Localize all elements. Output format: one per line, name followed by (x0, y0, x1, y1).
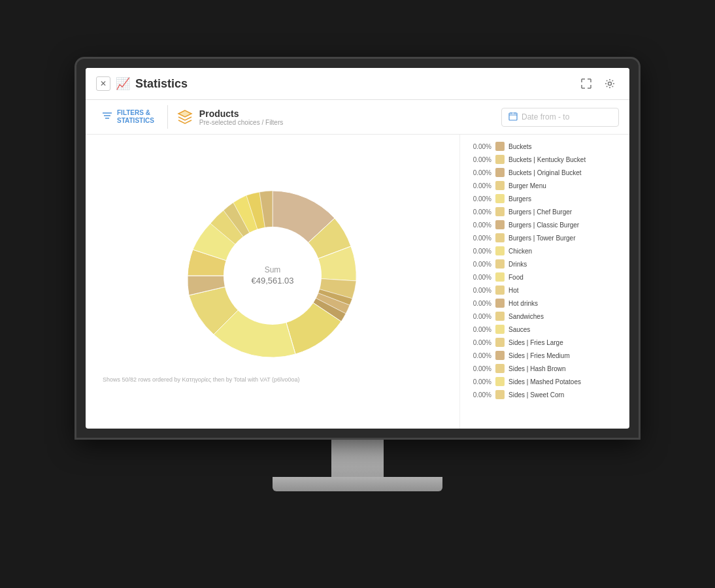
product-title: Products (199, 108, 283, 119)
legend-item: 0.00%Burgers | Chef Burger (460, 205, 629, 218)
calendar-icon (508, 112, 518, 123)
legend-item: 0.00%Sides | Fries Medium (460, 349, 629, 362)
legend-label-text: Burger Menu (508, 182, 546, 189)
legend-color-swatch (495, 390, 505, 399)
title-actions (577, 74, 619, 93)
legend-label-text: Sides | Sweet Corn (508, 391, 564, 399)
chart-area: Sum €49,561.03 Shows 50/82 rows ordered … (86, 135, 459, 429)
legend-pct: 0.00% (468, 365, 491, 372)
legend-pct: 0.00% (468, 287, 491, 294)
legend-item: 0.00%Sides | Hash Brown (460, 362, 629, 375)
legend-item: 0.00%Sides | Mashed Potatoes (460, 375, 629, 388)
filters-label: FILTERS & STATISTICS (117, 109, 154, 125)
chart-footer: Shows 50/82 rows ordered by Κατηγορίες t… (92, 374, 310, 385)
chart-icon: 📈 (116, 76, 130, 91)
legend-pct: 0.00% (468, 169, 491, 176)
legend-pct: 0.00% (468, 391, 491, 399)
legend-item: 0.00%Buckets | Kentucky Bucket (460, 153, 629, 166)
legend-label-text: Buckets | Kentucky Bucket (508, 156, 586, 163)
legend-color-swatch (495, 312, 505, 321)
legend-pct: 0.00% (468, 221, 491, 229)
legend-color-swatch (495, 168, 505, 177)
svg-point-0 (608, 82, 612, 86)
legend-color-swatch (495, 155, 505, 164)
legend-pct: 0.00% (468, 143, 491, 150)
legend-label-text: Burgers | Chef Burger (508, 208, 572, 216)
legend-label-text: Hot (508, 287, 519, 294)
legend-item: 0.00%Buckets (460, 140, 629, 153)
expand-button[interactable] (577, 74, 595, 93)
legend-item: 0.00%Burgers | Tower Burger (460, 231, 629, 244)
legend-color-swatch (495, 142, 505, 151)
toolbar-left: FILTERS & STATISTICS (96, 105, 283, 129)
monitor-screen: ✕ 📈 Statistics (86, 68, 629, 429)
product-icon (176, 108, 194, 126)
toolbar: FILTERS & STATISTICS (86, 100, 629, 135)
legend-color-swatch (495, 299, 505, 308)
legend-pct: 0.00% (468, 261, 491, 268)
close-button[interactable]: ✕ (96, 76, 110, 91)
legend-label-text: Sides | Mashed Potatoes (508, 378, 581, 385)
svg-text:Sum: Sum (265, 265, 281, 274)
legend-pct: 0.00% (468, 208, 491, 216)
legend-label-text: Buckets (508, 143, 532, 150)
legend-item: 0.00%Burgers | Classic Burger (460, 218, 629, 231)
legend-item: 0.00%Sauces (460, 323, 629, 336)
legend-label-text: Sides | Hash Brown (508, 365, 566, 372)
legend-item: 0.00%Chicken (460, 244, 629, 257)
filters-icon (101, 110, 113, 124)
legend-pct: 0.00% (468, 182, 491, 189)
legend-pct: 0.00% (468, 378, 491, 385)
legend-label-text: Burgers | Tower Burger (508, 235, 575, 242)
legend-color-swatch (495, 364, 505, 373)
legend-label-text: Sides | Fries Medium (508, 352, 570, 359)
legend-label-text: Sides | Fries Large (508, 339, 563, 346)
monitor-bezel: ✕ 📈 Statistics (76, 59, 639, 438)
svg-rect-4 (509, 113, 517, 120)
legend-color-swatch (495, 181, 505, 190)
legend-color-swatch (495, 194, 505, 203)
legend-label-text: Drinks (508, 261, 527, 268)
monitor-wrapper: ✕ 📈 Statistics (63, 59, 652, 529)
legend-pct: 0.00% (468, 156, 491, 163)
app-title: Statistics (135, 77, 188, 91)
legend-item: 0.00%Sides | Fries Large (460, 336, 629, 349)
legend-item: 0.00%Burger Menu (460, 179, 629, 192)
legend-item: 0.00%Sandwiches (460, 310, 629, 323)
settings-button[interactable] (601, 74, 619, 93)
date-placeholder: Date from - to (522, 112, 569, 122)
legend-item: 0.00%Hot (460, 284, 629, 297)
legend-item: 0.00%Sides | Sweet Corn (460, 388, 629, 401)
chart-footer-text: Shows 50/82 rows ordered by Κατηγορίες t… (103, 376, 300, 383)
legend-label-text: Sauces (508, 326, 530, 333)
legend-pct: 0.00% (468, 300, 491, 307)
legend-color-swatch (495, 259, 505, 269)
monitor-base (273, 477, 442, 491)
toolbar-divider (167, 105, 168, 129)
legend-color-swatch (495, 220, 505, 229)
legend-label-text: Burgers | Classic Burger (508, 221, 579, 229)
legend-panel: 0.00%Buckets0.00%Buckets | Kentucky Buck… (459, 135, 629, 429)
legend-label-text: Sandwiches (508, 313, 544, 320)
legend-item: 0.00%Buckets | Original Bucket (460, 166, 629, 179)
product-subtitle: Pre-selected choices / Filters (199, 119, 283, 126)
main-content: Sum €49,561.03 Shows 50/82 rows ordered … (86, 135, 629, 429)
legend-label-text: Food (508, 274, 524, 281)
legend-color-swatch (495, 351, 505, 360)
legend-color-swatch (495, 377, 505, 386)
date-picker[interactable]: Date from - to (501, 108, 619, 127)
legend-item: 0.00%Food (460, 270, 629, 284)
svg-text:€49,561.03: €49,561.03 (251, 276, 293, 286)
legend-color-swatch (495, 246, 505, 255)
app-window: ✕ 📈 Statistics (86, 68, 629, 429)
legend-color-swatch (495, 207, 505, 216)
donut-svg: Sum €49,561.03 (175, 178, 371, 374)
legend-color-swatch (495, 286, 505, 295)
legend-pct: 0.00% (468, 313, 491, 320)
filters-statistics-button[interactable]: FILTERS & STATISTICS (96, 106, 159, 127)
title-left: ✕ 📈 Statistics (96, 76, 188, 91)
legend-pct: 0.00% (468, 274, 491, 281)
product-section: Products Pre-selected choices / Filters (176, 108, 283, 126)
legend-item: 0.00%Burgers (460, 192, 629, 205)
legend-pct: 0.00% (468, 326, 491, 333)
